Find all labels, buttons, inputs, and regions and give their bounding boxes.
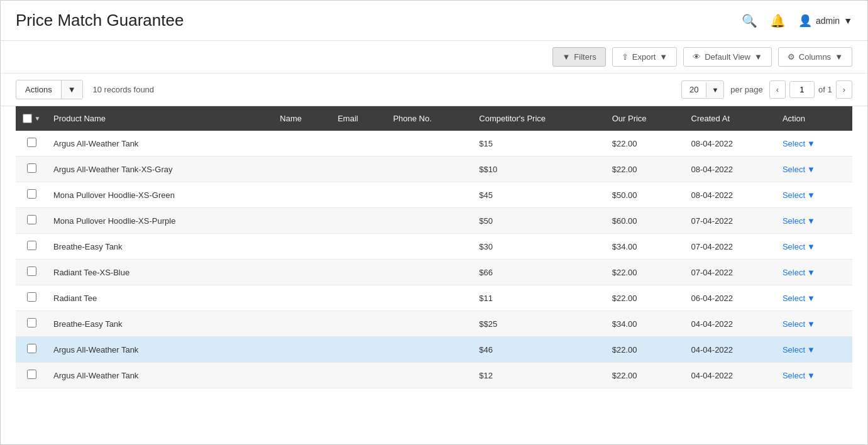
row-phone <box>387 131 473 157</box>
row-our-price: $22.00 <box>606 157 685 182</box>
row-checkbox-cell <box>16 234 47 260</box>
row-created-at: 07-04-2022 <box>685 260 776 285</box>
actions-dropdown[interactable]: Actions ▼ <box>16 80 83 99</box>
row-checkbox[interactable] <box>27 215 36 224</box>
select-button[interactable]: Select ▼ <box>783 268 815 277</box>
row-checkbox[interactable] <box>27 344 36 353</box>
row-created-at: 04-04-2022 <box>685 363 776 388</box>
table-body: Argus All-Weather Tank $15 $22.00 08-04-… <box>16 131 852 388</box>
row-competitor-price: $50 <box>473 208 605 234</box>
row-checkbox[interactable] <box>27 138 36 147</box>
select-button[interactable]: Select ▼ <box>783 165 815 174</box>
row-action: Select ▼ <box>776 311 852 337</box>
row-email <box>331 234 387 260</box>
select-arrow: ▼ <box>807 371 815 380</box>
row-email <box>331 182 387 208</box>
user-icon: 👤 <box>798 14 812 28</box>
user-menu[interactable]: 👤 admin ▼ <box>798 14 852 28</box>
select-arrow: ▼ <box>807 190 815 200</box>
table-header: ▼ Product Name Name Email Phone No. Comp… <box>16 106 852 131</box>
select-button[interactable]: Select ▼ <box>783 216 815 226</box>
row-action: Select ▼ <box>776 234 852 260</box>
row-email <box>331 285 387 311</box>
actions-dropdown-arrow[interactable]: ▼ <box>61 80 82 99</box>
filters-button[interactable]: ▼ Filters <box>552 47 605 67</box>
table-row: Mona Pullover Hoodlie-XS-Purple $50 $60.… <box>16 208 852 234</box>
row-checkbox-cell <box>16 131 47 157</box>
row-competitor-price: $15 <box>473 131 605 157</box>
row-name <box>273 157 331 182</box>
row-checkbox[interactable] <box>27 189 36 199</box>
user-label: admin <box>816 16 840 26</box>
row-action: Select ▼ <box>776 260 852 285</box>
row-checkbox[interactable] <box>27 163 36 173</box>
row-created-at: 07-04-2022 <box>685 234 776 260</box>
select-button[interactable]: Select ▼ <box>783 294 815 303</box>
row-created-at: 04-04-2022 <box>685 337 776 363</box>
select-all-checkbox[interactable] <box>23 114 32 123</box>
th-created-at: Created At <box>685 106 776 131</box>
row-name <box>273 260 331 285</box>
select-button[interactable]: Select ▼ <box>783 242 815 251</box>
export-icon: ⇧ <box>622 52 629 62</box>
next-page-button[interactable]: › <box>836 80 852 99</box>
row-checkbox-cell <box>16 363 47 388</box>
row-checkbox-cell <box>16 337 47 363</box>
select-button[interactable]: Select ▼ <box>783 371 815 380</box>
row-action: Select ▼ <box>776 208 852 234</box>
per-page-label: per page <box>730 85 762 94</box>
page-total: of 1 <box>818 85 832 94</box>
columns-button[interactable]: ⚙ Columns ▼ <box>778 47 852 67</box>
row-product-name: Radiant Tee <box>47 285 273 311</box>
per-page-arrow[interactable]: ▼ <box>706 82 723 97</box>
row-competitor-price: $45 <box>473 182 605 208</box>
row-name <box>273 208 331 234</box>
page-header: Price Match Guarantee 🔍 🔔 👤 admin ▼ <box>1 1 867 41</box>
table-row: Argus All-Weather Tank-XS-Gray $$10 $22.… <box>16 157 852 182</box>
select-arrow: ▼ <box>807 165 815 174</box>
select-button[interactable]: Select ▼ <box>783 319 815 329</box>
select-button[interactable]: Select ▼ <box>783 139 815 148</box>
row-action: Select ▼ <box>776 363 852 388</box>
user-dropdown-arrow: ▼ <box>843 16 852 26</box>
select-arrow: ▼ <box>807 268 815 277</box>
prev-page-button[interactable]: ‹ <box>769 80 786 99</box>
records-count: 10 records found <box>93 85 155 94</box>
row-checkbox[interactable] <box>27 292 36 302</box>
row-phone <box>387 208 473 234</box>
page-input[interactable] <box>789 81 815 98</box>
select-arrow: ▼ <box>807 216 815 226</box>
bell-icon[interactable]: 🔔 <box>770 13 786 28</box>
row-product-name: Argus All-Weather Tank <box>47 337 273 363</box>
row-email <box>331 311 387 337</box>
row-phone <box>387 337 473 363</box>
default-view-button[interactable]: 👁 Default View ▼ <box>683 47 772 67</box>
row-email <box>331 131 387 157</box>
row-created-at: 08-04-2022 <box>685 131 776 157</box>
row-checkbox[interactable] <box>27 241 36 250</box>
columns-arrow: ▼ <box>835 52 843 62</box>
per-page-select[interactable]: 20 ▼ <box>681 80 724 99</box>
table-row: Mona Pullover Hoodlie-XS-Green $45 $50.0… <box>16 182 852 208</box>
checkbox-dropdown-arrow[interactable]: ▼ <box>35 115 41 122</box>
columns-icon: ⚙ <box>788 52 795 62</box>
table-row: Argus All-Weather Tank $12 $22.00 04-04-… <box>16 363 852 388</box>
export-button[interactable]: ⇧ Export ▼ <box>612 47 677 67</box>
row-product-name: Argus All-Weather Tank <box>47 363 273 388</box>
select-button[interactable]: Select ▼ <box>783 190 815 200</box>
actions-right: 20 ▼ per page ‹ of 1 › <box>681 80 852 99</box>
row-our-price: $22.00 <box>606 363 685 388</box>
table-row: Breathe-Easy Tank $$25 $34.00 04-04-2022… <box>16 311 852 337</box>
row-product-name: Mona Pullover Hoodlie-XS-Purple <box>47 208 273 234</box>
row-created-at: 06-04-2022 <box>685 285 776 311</box>
row-product-name: Breathe-Easy Tank <box>47 311 273 337</box>
row-checkbox[interactable] <box>27 318 36 327</box>
row-checkbox[interactable] <box>27 370 36 379</box>
search-icon[interactable]: 🔍 <box>742 13 757 28</box>
row-checkbox[interactable] <box>27 266 36 276</box>
row-email <box>331 260 387 285</box>
select-button[interactable]: Select ▼ <box>783 345 815 354</box>
th-checkbox: ▼ <box>16 106 47 131</box>
row-our-price: $22.00 <box>606 260 685 285</box>
row-phone <box>387 234 473 260</box>
